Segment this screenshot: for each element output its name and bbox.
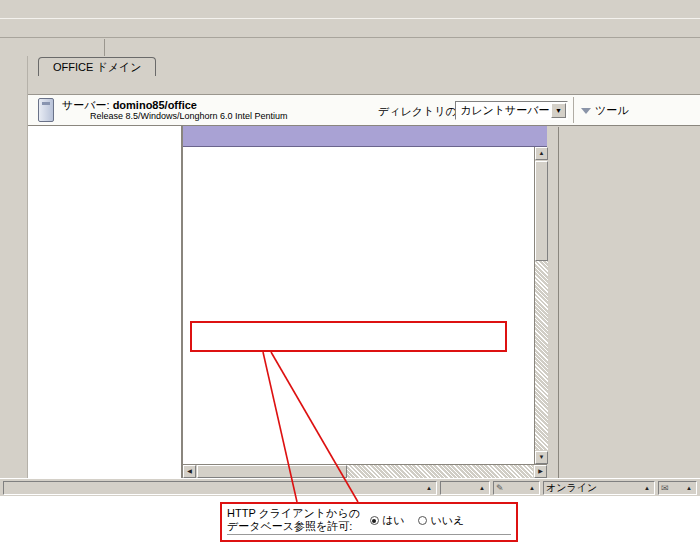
annotation-line1: HTTP クライアントからの <box>227 507 360 520</box>
server-label: サーバー: <box>62 99 110 111</box>
scroll-up-icon[interactable]: ▲ <box>535 147 548 160</box>
tools-toggle[interactable]: ツール <box>581 103 629 118</box>
tab-office-domain[interactable]: OFFICE ドメイン <box>38 57 156 76</box>
scroll-left-icon[interactable]: ◀ <box>183 465 196 478</box>
domino-administrator-window: OFFICE ドメイン サーバー: domino85/office Releas… <box>0 0 700 545</box>
callout-annotation-box: HTTP クライアントからの データベース参照を許可: はい いいえ <box>220 502 518 542</box>
horizontal-scrollbar[interactable]: ◀ ▶ <box>183 464 547 478</box>
chevron-down-icon <box>581 108 591 114</box>
action-bar <box>183 126 547 147</box>
scroll-right-icon[interactable]: ▶ <box>534 465 547 478</box>
tools-panel <box>558 127 700 478</box>
menu-bar <box>0 0 700 18</box>
admin-tabs <box>28 76 700 95</box>
server-document-panel: ▲ ▼ ◀ ▶ <box>182 126 547 478</box>
annotation-radio-no: いいえ <box>418 513 464 528</box>
status-mail-segment[interactable]: ✉▲ <box>658 481 697 495</box>
vertical-scrollbar[interactable]: ▲ ▼ <box>534 147 547 464</box>
server-icon <box>38 98 54 122</box>
scrollbar-thumb[interactable] <box>197 465 347 478</box>
server-name: domino85/office <box>113 99 197 111</box>
signature-icon: ✎ <box>496 483 504 493</box>
scroll-down-icon[interactable]: ▼ <box>535 451 548 464</box>
main-toolbar <box>0 18 700 38</box>
server-document-body <box>183 147 534 464</box>
status-context-segment[interactable]: ▲ <box>3 481 437 495</box>
dropdown-arrow-icon[interactable]: ▼ <box>551 103 566 118</box>
status-location-segment[interactable]: オンライン▲ <box>543 481 655 495</box>
server-release: Release 8.5/Windows/Longhorn 6.0 Intel P… <box>90 111 288 121</box>
server-header: サーバー: domino85/office Release 8.5/Window… <box>28 95 700 126</box>
annotation-line2: データベース参照を許可: <box>227 520 360 533</box>
bookmark-strip <box>0 56 28 478</box>
annotation-radio-yes: はい <box>370 513 405 528</box>
directory-location-select[interactable]: カレントサーバー ▼ <box>455 101 568 120</box>
status-signature-segment[interactable]: ✎▲ <box>493 481 540 495</box>
status-bar: ▲ ▲ ✎▲ オンライン▲ ✉▲ <box>0 478 700 496</box>
secondary-toolbar <box>0 39 700 56</box>
status-progress-segment[interactable]: ▲ <box>440 481 490 495</box>
envelope-icon: ✉ <box>661 483 669 493</box>
scrollbar-thumb[interactable] <box>535 161 548 261</box>
window-tab-row: OFFICE ドメイン <box>28 57 700 76</box>
navigation-tree <box>28 126 182 478</box>
